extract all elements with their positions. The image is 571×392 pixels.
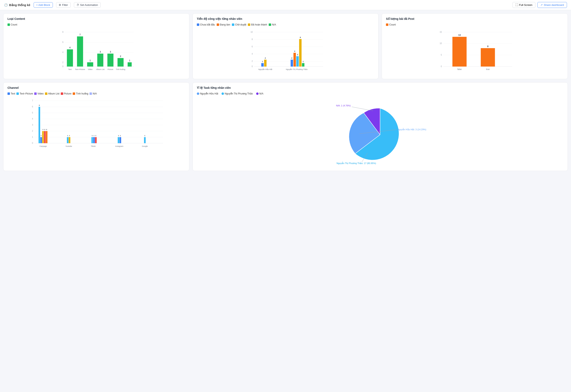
svg-rect-92: [42, 131, 44, 143]
fullscreen-icon: ⛶: [515, 3, 518, 6]
svg-text:3: 3: [32, 124, 33, 126]
svg-text:8: 8: [487, 45, 489, 48]
channel-svg: 7 6 5 4 3 2 1 0 6 1 2: [7, 97, 185, 153]
tile-task-legend: Nguyễn Hữu Hải Nguyễn Thị Phương Thảo N/…: [197, 92, 564, 95]
svg-text:Video: Video: [88, 68, 92, 70]
svg-text:3: 3: [100, 51, 101, 53]
soluong-svg: 15 10 5 0 13 8 false true: [386, 28, 564, 75]
svg-rect-108: [95, 137, 97, 143]
svg-text:15: 15: [440, 31, 442, 33]
tiendo-title: Tiến độ công việc từng nhân viên: [197, 17, 374, 20]
svg-rect-48: [293, 53, 296, 67]
svg-text:2: 2: [43, 129, 44, 130]
svg-text:Nguyễn Thị Phương Thảo: Nguyễn Thị Phương Thảo: [286, 68, 307, 70]
svg-text:3: 3: [297, 54, 298, 56]
svg-text:1: 1: [69, 135, 70, 137]
svg-rect-104: [91, 137, 93, 143]
svg-rect-12: [77, 36, 83, 67]
svg-text:1: 1: [303, 60, 304, 62]
page-title: 🕐 Bảng thống kê: [4, 3, 30, 7]
svg-text:Picture: Picture: [107, 68, 113, 70]
svg-text:2: 2: [32, 130, 33, 132]
share-dashboard-button[interactable]: ↗ Share dashboard: [537, 2, 567, 8]
svg-text:8: 8: [300, 36, 301, 38]
svg-text:6: 6: [39, 104, 40, 106]
svg-text:false: false: [457, 68, 462, 70]
svg-rect-16: [97, 54, 103, 67]
add-block-button[interactable]: + Add Block: [34, 2, 53, 8]
svg-text:0: 0: [32, 142, 33, 144]
tiendo-card: Tiến độ công việc từng nhân viên Chưa bắ…: [192, 13, 379, 79]
tile-task-svg: N/A: 1 (4.76%) Nguyễn Hữu Hải: 3 (14.29%…: [319, 98, 441, 167]
svg-text:1: 1: [90, 59, 91, 62]
svg-text:2: 2: [62, 61, 64, 64]
svg-text:1: 1: [94, 135, 95, 137]
svg-text:4: 4: [70, 46, 71, 49]
svg-text:5: 5: [32, 112, 33, 114]
loai-content-title: Loại Content: [7, 17, 185, 20]
svg-text:1: 1: [67, 135, 68, 137]
svg-text:0: 0: [441, 65, 442, 68]
svg-text:2: 2: [44, 129, 45, 130]
svg-text:Tình huống: Tình huống: [116, 68, 125, 70]
svg-text:2: 2: [251, 60, 253, 62]
pie-chart-container: N/A: 1 (4.76%) Nguyễn Hữu Hải: 3 (14.29%…: [197, 98, 564, 167]
svg-rect-18: [107, 54, 113, 67]
loai-content-legend: Count: [7, 23, 185, 26]
svg-text:Nguyễn Thị Phương Thảo: 17 (80: Nguyễn Thị Phương Thảo: 17 (80.95%): [337, 162, 376, 165]
svg-text:4: 4: [251, 53, 253, 55]
svg-text:3: 3: [110, 51, 111, 53]
svg-rect-99: [67, 137, 68, 143]
header: 🕐 Bảng thống kê + Add Block ⚙ Filter ⏱ S…: [0, 0, 571, 10]
tiendo-chart: 10 8 6 4 2 0 1 2 2 4 3: [197, 28, 374, 75]
svg-text:10: 10: [440, 42, 442, 44]
svg-text:1: 1: [144, 135, 145, 137]
svg-rect-54: [302, 63, 304, 67]
svg-rect-116: [144, 137, 146, 143]
svg-rect-90: [40, 137, 42, 143]
soluong-chart: 15 10 5 0 13 8 false true: [386, 28, 564, 75]
svg-text:13: 13: [458, 34, 461, 36]
soluong-title: Số lượng bài đã Post: [386, 17, 564, 20]
svg-text:Album List: Album List: [96, 68, 105, 70]
filter-button[interactable]: ⚙ Filter: [56, 2, 71, 8]
svg-text:2: 2: [120, 55, 121, 57]
tile-task-card: Tỉ lệ Task từng nhân viên Nguyễn Hữu Hải…: [192, 82, 568, 171]
tile-task-title: Tỉ lệ Task từng nhân viên: [197, 86, 564, 89]
svg-text:1: 1: [262, 60, 263, 62]
svg-text:1: 1: [92, 135, 93, 137]
header-left: 🕐 Bảng thống kê + Add Block ⚙ Filter ⏱ S…: [4, 2, 509, 8]
svg-text:Fanpage: Fanpage: [40, 145, 47, 147]
svg-text:6: 6: [32, 106, 33, 108]
svg-text:8: 8: [251, 38, 253, 41]
svg-text:2: 2: [265, 57, 266, 59]
svg-text:Nguyễn Hữu Hải: 3 (14.29%): Nguyễn Hữu Hải: 3 (14.29%): [397, 128, 426, 131]
svg-rect-42: [261, 63, 264, 67]
svg-rect-113: [119, 137, 121, 143]
svg-text:2: 2: [46, 129, 47, 130]
svg-text:6: 6: [62, 41, 64, 43]
svg-text:4: 4: [62, 51, 64, 53]
set-automation-button[interactable]: ⏱ Set Automation: [74, 2, 101, 8]
full-screen-button[interactable]: ⛶ Full Screen: [512, 2, 536, 8]
svg-text:5: 5: [441, 54, 442, 56]
tiendo-svg: 10 8 6 4 2 0 1 2 2 4 3: [197, 28, 374, 75]
soluong-legend: Count: [386, 23, 564, 26]
svg-text:Nguyễn Hữu Hải: Nguyễn Hữu Hải: [258, 68, 272, 70]
svg-text:Instagram: Instagram: [115, 145, 123, 147]
tiendo-legend: Chưa bắt đầu Đang làm Chờ duyệt Đã hoàn …: [197, 23, 374, 26]
svg-text:7: 7: [32, 99, 33, 102]
svg-text:1: 1: [41, 135, 42, 137]
count-legend-dot: [7, 24, 10, 26]
svg-rect-50: [296, 56, 299, 67]
svg-text:N/A: 1 (4.76%): N/A: 1 (4.76%): [336, 104, 351, 107]
svg-rect-44: [264, 60, 266, 67]
svg-text:10: 10: [250, 31, 253, 33]
svg-rect-14: [87, 62, 93, 67]
svg-rect-52: [299, 39, 302, 67]
svg-rect-20: [117, 58, 123, 67]
svg-text:Tiktok: Tiktok: [91, 145, 96, 147]
svg-line-122: [352, 107, 373, 111]
svg-rect-88: [39, 107, 40, 143]
filter-icon: ⚙: [59, 3, 61, 6]
